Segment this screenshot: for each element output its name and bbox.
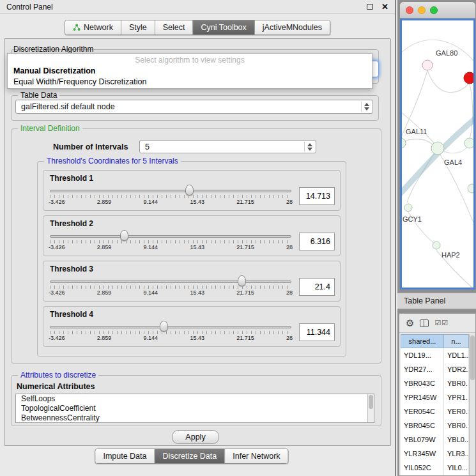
table-cell[interactable]: YPR145W xyxy=(401,390,444,404)
table-cell[interactable]: YLR3... xyxy=(444,447,469,461)
table-cell[interactable]: YLR345W xyxy=(401,447,444,461)
threshold-2-slider[interactable]: -3.4262.8599.14415.4321.71528 xyxy=(49,229,293,254)
table-cell[interactable]: YBR045C xyxy=(401,418,444,433)
threshold-3-slider[interactable]: -3.4262.8599.14415.4321.71528 xyxy=(49,274,293,300)
right-column: GAL80 GAL11 GAL4 GCY1 HAP2 Table Panel ⚙… xyxy=(397,0,476,476)
minimize-traffic-light-icon[interactable] xyxy=(418,6,426,14)
slider-handle[interactable] xyxy=(160,321,168,332)
tab-impute-data[interactable]: Impute Data xyxy=(95,449,155,463)
network-window-titlebar[interactable] xyxy=(400,2,475,19)
network-node-gcy1[interactable] xyxy=(404,204,412,211)
threshold-3-value-box[interactable]: 21.4 xyxy=(299,278,335,296)
threshold-1-panel: Threshold 1 -3.4262.8599.14415.4321.7152… xyxy=(43,170,341,211)
select-columns-icon[interactable]: ☑☑ xyxy=(434,319,449,327)
close-icon[interactable]: ✕ xyxy=(381,3,388,11)
node-label-gal80: GAL80 xyxy=(436,49,457,57)
tab-discretize-data[interactable]: Discretize Data xyxy=(155,449,226,463)
column-header-shared-name[interactable]: shared... xyxy=(401,334,444,348)
tick-labels: -3.4262.8599.14415.4321.71528 xyxy=(49,335,293,341)
slider-track[interactable] xyxy=(50,326,291,328)
threshold-2-value-box[interactable]: 6.316 xyxy=(299,233,335,250)
network-node[interactable] xyxy=(468,184,475,193)
menu-item-manual-discretization[interactable]: Manual Discretization xyxy=(8,66,372,77)
tick-labels: -3.4262.8599.14415.4321.71528 xyxy=(49,289,293,296)
table-cell[interactable]: YDR2... xyxy=(444,362,469,376)
slider-ticks xyxy=(50,195,291,198)
settings-gear-icon[interactable]: ⚙ xyxy=(406,318,414,328)
column-layout-icon[interactable] xyxy=(420,319,429,327)
tab-select[interactable]: Select xyxy=(155,20,194,35)
screen: Control Panel ✕ Network Style Select Cyn… xyxy=(0,0,476,476)
thresholds-group-box: Threshold's Coordinates for 5 Intervals … xyxy=(37,161,346,357)
table-cell[interactable]: YBR0... xyxy=(444,376,469,390)
table-cell[interactable]: YDL19... xyxy=(401,348,444,362)
network-node-gal11[interactable] xyxy=(402,138,406,148)
table-cell[interactable]: YBR0... xyxy=(444,418,469,433)
table-panel: ⚙ ☑☑ shared... n... YDL19... YDL1... YDR… xyxy=(399,313,476,476)
table-cell[interactable]: YDR27... xyxy=(401,362,444,376)
table-data-combobox[interactable]: galFiltered.sif default node xyxy=(15,100,373,114)
window-title: Control Panel xyxy=(6,3,367,12)
threshold-1-value-box[interactable]: 14.713 xyxy=(299,187,335,205)
table-cell[interactable]: YPR1... xyxy=(444,390,469,404)
network-node-selected-red[interactable] xyxy=(464,72,475,84)
slider-track[interactable] xyxy=(50,190,291,192)
tab-network[interactable]: Network xyxy=(65,20,121,35)
table-cell[interactable]: YER054C xyxy=(401,404,444,418)
close-traffic-light-icon[interactable] xyxy=(406,6,413,14)
slider-ticks xyxy=(50,240,291,243)
network-node-hap2[interactable] xyxy=(433,242,440,249)
algorithm-dropdown-popup: Select algorithm to view settings Manual… xyxy=(7,53,372,89)
table-cell[interactable]: YBR043C xyxy=(401,376,444,390)
network-node-gal4[interactable] xyxy=(431,142,444,155)
numerical-attributes-list[interactable]: SelfLoops TopologicalCoefficient Between… xyxy=(15,394,374,423)
tab-infer-network[interactable]: Infer Network xyxy=(225,449,288,463)
column-header-name[interactable]: n... xyxy=(444,334,469,348)
threshold-4-value-box[interactable]: 11.344 xyxy=(299,323,335,341)
apply-button[interactable]: Apply xyxy=(172,430,219,444)
table-cell[interactable]: YER0... xyxy=(444,404,469,418)
table-cell[interactable]: YBL079W xyxy=(401,433,444,447)
network-node-gal80[interactable] xyxy=(422,60,433,70)
slider-track[interactable] xyxy=(50,280,291,283)
threshold-1-slider[interactable]: -3.4262.8599.14415.4321.71528 xyxy=(49,183,293,209)
table-data-group-box: Table Data galFiltered.sif default node xyxy=(11,95,379,121)
tick-labels: -3.4262.8599.14415.4321.71528 xyxy=(49,244,293,250)
dropdown-hint: Select algorithm to view settings xyxy=(8,55,372,66)
zoom-traffic-light-icon[interactable] xyxy=(430,6,438,14)
menu-item-equal-width-frequency[interactable]: Equal Width/Frequency Discretization xyxy=(8,77,372,88)
scrollbar-thumb[interactable] xyxy=(369,395,373,409)
tab-jactivemnodules[interactable]: jActiveMNodules xyxy=(255,20,330,35)
stepper-icon[interactable] xyxy=(304,142,314,151)
float-window-icon[interactable] xyxy=(367,4,373,10)
table-cell[interactable]: YIL052C xyxy=(401,461,444,475)
tab-style[interactable]: Style xyxy=(121,20,155,35)
scrollbar-thumb[interactable] xyxy=(470,335,475,380)
network-node[interactable] xyxy=(464,138,475,148)
list-item[interactable]: TopologicalCoefficient xyxy=(16,404,374,413)
threshold-1-label: Threshold 1 xyxy=(50,174,93,183)
list-scrollbar[interactable] xyxy=(367,394,374,422)
table-toolbar: ⚙ ☑☑ xyxy=(399,314,475,333)
network-canvas[interactable]: GAL80 GAL11 GAL4 GCY1 HAP2 xyxy=(402,20,473,288)
list-item[interactable]: BetweennessCentrality xyxy=(16,413,374,423)
number-of-intervals-combobox[interactable]: 5 xyxy=(139,140,316,153)
threshold-4-slider[interactable]: -3.4262.8599.14415.4321.71528 xyxy=(49,319,293,345)
slider-handle[interactable] xyxy=(185,185,194,196)
table-cell[interactable]: YDL1... xyxy=(444,348,469,362)
table-panel-title: Table Panel xyxy=(404,296,445,305)
slider-handle[interactable] xyxy=(238,275,246,286)
stepper-icon[interactable] xyxy=(361,102,371,112)
tick-labels: -3.4262.8599.14415.4321.71528 xyxy=(49,199,293,205)
list-item[interactable]: SelfLoops xyxy=(16,394,374,404)
table-cell[interactable]: YIL0... xyxy=(444,461,469,475)
numerical-attributes-header: Numerical Attributes xyxy=(17,382,95,391)
control-panel-titlebar: Control Panel ✕ xyxy=(0,0,395,14)
tab-cyni-toolbox[interactable]: Cyni Toolbox xyxy=(193,20,254,35)
table-scrollbar[interactable] xyxy=(469,334,475,475)
slider-track[interactable] xyxy=(50,235,291,238)
table-panel-titlebar: Table Panel xyxy=(397,293,476,309)
thresholds-group-label: Threshold's Coordinates for 5 Intervals xyxy=(44,157,181,165)
table-cell[interactable]: YBL0... xyxy=(444,433,469,447)
slider-handle[interactable] xyxy=(120,230,128,241)
